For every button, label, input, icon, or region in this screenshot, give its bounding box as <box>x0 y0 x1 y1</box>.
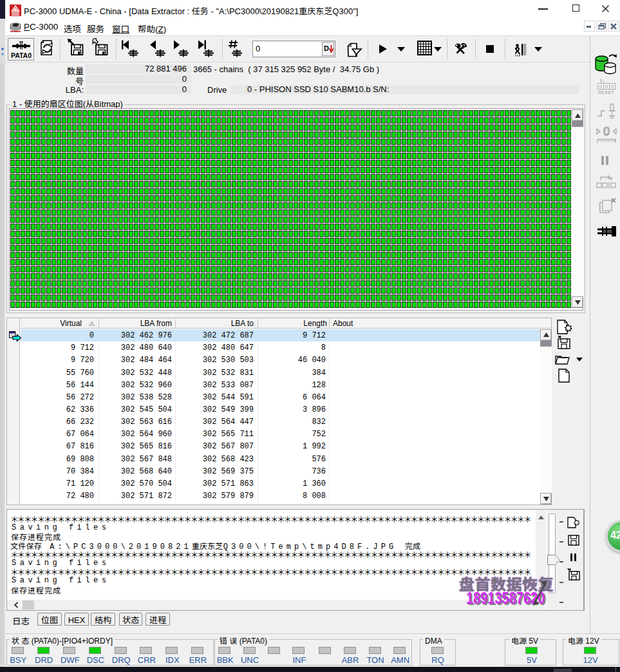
svg-text:0: 0 <box>603 125 610 138</box>
